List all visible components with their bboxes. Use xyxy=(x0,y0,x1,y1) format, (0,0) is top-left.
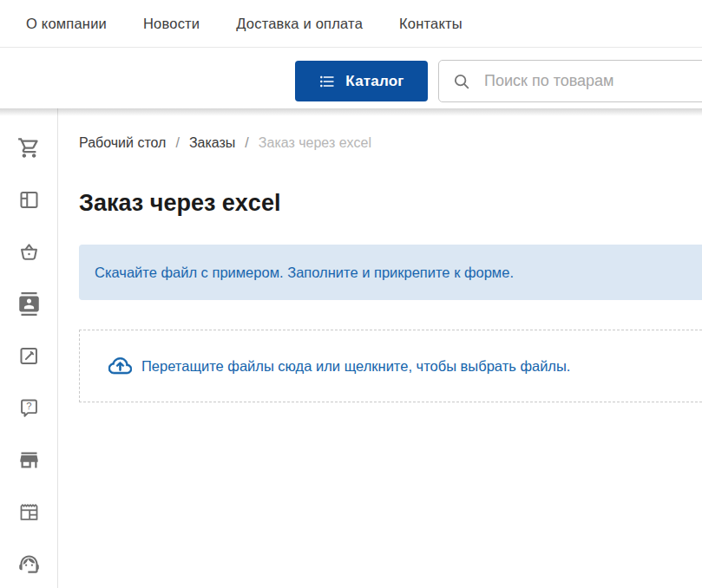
breadcrumb-desktop[interactable]: Рабочий стол xyxy=(79,135,166,151)
breadcrumb-separator: / xyxy=(245,135,248,151)
sidebar: ? xyxy=(0,108,58,588)
dropzone-text: Перетащите файлы сюда или щелкните, чтоб… xyxy=(141,358,570,375)
table-icon xyxy=(17,500,41,524)
support-icon xyxy=(17,552,41,576)
catalog-button-label: Каталог xyxy=(345,73,403,90)
breadcrumb-current: Заказ через excel xyxy=(259,135,371,151)
nav-link-contacts[interactable]: Контакты xyxy=(399,16,463,32)
content: Рабочий стол / Заказы / Заказ через exce… xyxy=(58,108,702,588)
top-nav: О компании Новости Доставка и оплата Кон… xyxy=(0,0,702,48)
header: Каталог xyxy=(0,48,702,108)
cloud-upload-icon xyxy=(108,355,132,378)
breadcrumb-separator: / xyxy=(175,135,179,151)
nav-link-news[interactable]: Новости xyxy=(143,16,200,32)
edit-icon xyxy=(17,344,41,368)
nav-link-about[interactable]: О компании xyxy=(26,16,107,32)
page-title: Заказ через excel xyxy=(79,190,702,217)
list-bulleted-icon xyxy=(318,73,336,90)
breadcrumb: Рабочий стол / Заказы / Заказ через exce… xyxy=(79,134,702,152)
sidebar-item-table[interactable] xyxy=(16,499,42,525)
sidebar-item-help[interactable]: ? xyxy=(16,395,42,421)
cart-icon xyxy=(17,136,41,160)
sidebar-item-cart[interactable] xyxy=(16,134,42,160)
store-icon xyxy=(17,448,41,472)
info-banner-text: Скачайте файл с примером. Заполните и пр… xyxy=(95,265,514,280)
basket-icon xyxy=(17,240,41,264)
catalog-button[interactable]: Каталог xyxy=(295,61,428,101)
info-banner: Скачайте файл с примером. Заполните и пр… xyxy=(79,245,702,300)
contacts-icon xyxy=(17,292,41,316)
sidebar-item-dashboard[interactable] xyxy=(16,186,42,212)
search-input[interactable] xyxy=(482,71,682,91)
dashboard-icon xyxy=(17,188,41,212)
file-dropzone[interactable]: Перетащите файлы сюда или щелкните, чтоб… xyxy=(79,330,702,402)
help-icon: ? xyxy=(17,396,41,420)
sidebar-item-basket[interactable] xyxy=(16,238,42,265)
main-area: ? Рабочий xyxy=(0,108,702,588)
sidebar-item-store[interactable] xyxy=(16,447,42,473)
sidebar-item-support[interactable] xyxy=(16,551,42,577)
sidebar-item-edit[interactable] xyxy=(16,343,42,369)
svg-text:?: ? xyxy=(26,401,31,411)
sidebar-item-contacts[interactable] xyxy=(16,291,42,317)
breadcrumb-orders[interactable]: Заказы xyxy=(189,135,235,151)
search-box xyxy=(438,60,702,102)
search-icon xyxy=(452,72,471,91)
nav-link-delivery[interactable]: Доставка и оплата xyxy=(236,16,363,32)
